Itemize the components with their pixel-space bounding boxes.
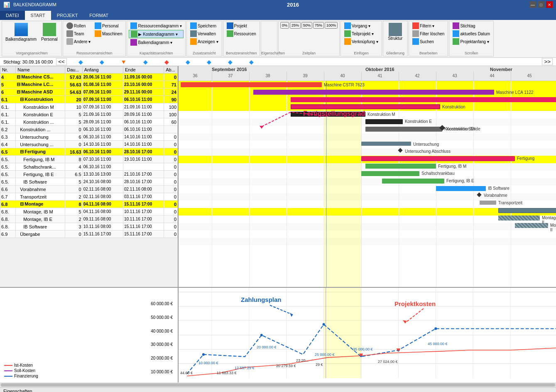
cell-dauer: 6.5 — [65, 171, 82, 178]
scroll-left-btn[interactable]: << — [56, 58, 67, 65]
table-row[interactable]: 6.8 ⊟Montage 8 04.11.16 08:00 15.11.16 1… — [0, 201, 178, 208]
expand-icon[interactable]: ⊟ — [17, 74, 20, 79]
table-row[interactable]: 6.1 ⊟Konstruktion 20 07.09.16 11:00 06.1… — [0, 96, 178, 103]
cell-dauer: 8 — [65, 156, 82, 163]
tab-format[interactable]: FORMAT — [83, 11, 114, 20]
cell-ab: 100 — [164, 111, 178, 118]
table-row[interactable]: 6.1. Konstruktion M 10 07.09.16 11:00 21… — [0, 103, 178, 111]
tab-start[interactable]: START — [25, 11, 51, 20]
btn-verwalten[interactable]: Verwalten — [189, 30, 220, 37]
expand-icon[interactable]: ⊟ — [17, 89, 20, 94]
btn-0pct[interactable]: 0% — [280, 22, 289, 29]
btn-balkendiagramm[interactable]: Balkendiagramm — [4, 22, 38, 42]
table-row[interactable]: 6.5. Fertigung, IB M 8 07.10.16 11:00 19… — [0, 156, 178, 163]
cell-ende: 06.10.16 11:00 — [123, 118, 164, 126]
cell-name: Übergabe — [16, 230, 65, 238]
btn-balkendiagramm-kap[interactable]: Balkendiagramm ▾ — [129, 39, 184, 46]
cell-nr: 6.9 — [0, 230, 16, 238]
week-43: 43 — [436, 74, 473, 78]
btn-25pct[interactable]: 25% — [290, 22, 301, 29]
table-row[interactable]: 6.8. Montage, IB E 2 09.11.16 08:00 10.1… — [0, 216, 178, 223]
table-row[interactable]: 6.9 Übergabe 0 15.11.16 17:00 15.11.16 1… — [0, 230, 178, 238]
table-row[interactable]: 6.7 Transportzeit 2 02.11.16 08:00 03.11… — [0, 193, 178, 201]
btn-filter-loeschen[interactable]: Filter löschen — [411, 30, 446, 37]
tab-projekt[interactable]: PROJEKT — [51, 11, 84, 20]
bar-fertigung-ibm — [365, 164, 436, 169]
btn-aktuelles-datum[interactable]: aktuelles Datum — [451, 30, 492, 37]
cell-ab: 0 — [164, 171, 178, 178]
table-row[interactable]: 6.6 Vorabnahme 0 02.11.16 08:00 02.11.16… — [0, 186, 178, 193]
btn-ressourcen[interactable]: Ressourcen — [225, 30, 258, 37]
legend-soll-kosten-line — [4, 370, 12, 371]
btn-vorgang[interactable]: Vorgang ▾ — [343, 22, 380, 29]
expand-icon[interactable]: ⊟ — [20, 97, 24, 102]
table-row[interactable]: 6.5. Fertigung, IB E 6.5 13.10.16 13:00 … — [0, 171, 178, 178]
table-row[interactable]: 4 ⊟Maschine CS... 57.63 20.06.16 11:00 1… — [0, 74, 178, 81]
btn-personal[interactable]: Personal — [39, 22, 60, 42]
bar-maschine-cs — [181, 82, 322, 87]
table-row[interactable]: 6.4 Untersuchung ... 0 14.10.16 11:00 14… — [0, 141, 178, 148]
btn-team[interactable]: Team — [65, 30, 92, 37]
bar-montage-ibm — [498, 216, 540, 220]
table-row[interactable]: 6.3 Untersuchung 6 06.10.16 11:00 14.10.… — [0, 133, 178, 141]
btn-projekt[interactable]: Projekt — [225, 22, 258, 29]
bar-montage-ibe — [515, 223, 548, 228]
table-row[interactable]: 5 ⊟Maschine LC... 56.63 01.08.16 11:00 2… — [0, 81, 178, 88]
cell-ende: 15.11.16 17:00 — [123, 201, 164, 208]
table-row[interactable]: 6.5. Schaltschrank... 4 06.10.16 11:00 0 — [0, 163, 178, 171]
cost-label-40k: 40 000.00 € — [3, 329, 174, 333]
expand-icon[interactable]: ⊟ — [20, 201, 24, 206]
btn-50pct[interactable]: 50% — [301, 22, 312, 29]
expand-icon[interactable]: ⊟ — [17, 82, 20, 87]
table-row[interactable]: 6.5. IB Software 5 24.10.16 08:00 28.10.… — [0, 178, 178, 186]
tab-datei[interactable]: DATEI — [0, 11, 25, 20]
btn-suchen[interactable]: Suchen — [411, 38, 446, 45]
cell-ende: 19.10.16 11:00 — [123, 156, 164, 163]
btn-maschinen[interactable]: Maschinen — [93, 30, 124, 37]
cell-ab: 90 — [164, 96, 178, 103]
minimize-button[interactable]: — — [529, 1, 536, 8]
btn-struktur[interactable]: Struktur — [385, 22, 406, 42]
cost-val-45k: 45 000.00 € — [428, 342, 448, 346]
maximize-button[interactable]: □ — [538, 1, 544, 8]
svg-marker-27 — [396, 348, 400, 351]
btn-personal-res[interactable]: Personal — [93, 22, 124, 29]
table-row[interactable]: 6.8. Montage, IB M 5 04.11.16 08:00 10.1… — [0, 208, 178, 216]
bar-montage — [498, 208, 556, 213]
gantt-bars-area: Maschine CSTR 7623 Maschine LCA 1122 Kon… — [179, 81, 556, 287]
col-ab: Ab... — [164, 66, 178, 74]
btn-rollen[interactable]: Rollen — [65, 22, 92, 29]
btn-100pct[interactable]: 100% — [325, 22, 338, 29]
cell-name: Montage, IB M — [16, 208, 65, 216]
btn-75pct[interactable]: 75% — [313, 22, 324, 29]
scroll-right-btn[interactable]: >> — [542, 58, 553, 65]
table-row[interactable]: 6.5 ⊟Fertigung 16.63 06.10.16 11:00 28.1… — [0, 148, 178, 156]
btn-ressourcendiagramm[interactable]: Ressourcendiagramm ▾ — [129, 22, 184, 29]
cell-ab: 24 — [164, 88, 178, 96]
cell-name: Konstruktion ... — [16, 126, 65, 133]
btn-filtern[interactable]: Filtern ▾ — [411, 22, 446, 29]
cell-dauer: 0 — [65, 126, 82, 133]
table-row[interactable]: 6.8. IB Software 3 10.11.16 08:00 15.11.… — [0, 223, 178, 230]
week-40: 40 — [324, 74, 361, 78]
btn-andere[interactable]: Andere ▾ — [65, 38, 92, 45]
table-row[interactable]: 6 ⊟Maschine ASD 54.63 07.09.16 11:00 29.… — [0, 88, 178, 96]
cell-ab — [164, 126, 178, 133]
btn-speichern[interactable]: Speichern — [189, 22, 220, 29]
btn-kostendiagramm[interactable]: ▶ Kostendiagramm ▾ — [129, 30, 184, 38]
close-button[interactable]: ✕ — [546, 1, 553, 8]
table-row[interactable]: 6.2 Konstruktion ... 0 06.10.16 11:00 06… — [0, 126, 178, 133]
horizontal-scrollbar[interactable] — [0, 382, 556, 387]
btn-teilprojekt[interactable]: Teilprojekt ▾ — [343, 30, 380, 37]
table-row[interactable]: 6.1. Konstruktion E 5 21.09.16 11:00 28.… — [0, 111, 178, 118]
btn-anzeigen[interactable]: Anzeigen ▾ — [189, 38, 220, 45]
cell-name: Untersuchung — [16, 133, 65, 141]
legend-soll-kosten-label: Soll-Kosten — [14, 368, 35, 373]
cell-dauer: 5 — [65, 118, 82, 126]
group-einfuegen: Vorgang ▾ Teilprojekt ▾ Verknüpfung ▾ Ei… — [340, 21, 382, 56]
expand-icon[interactable]: ⊟ — [20, 149, 24, 154]
btn-verknuepfung[interactable]: Verknüpfung ▾ — [343, 38, 380, 45]
btn-stichtag[interactable]: Stichtag — [451, 22, 492, 29]
btn-projektanfang[interactable]: Projektanfang ▾ — [451, 38, 492, 45]
table-row[interactable]: 6.1. Konstruktion ... 5 28.09.16 11:00 0… — [0, 118, 178, 126]
